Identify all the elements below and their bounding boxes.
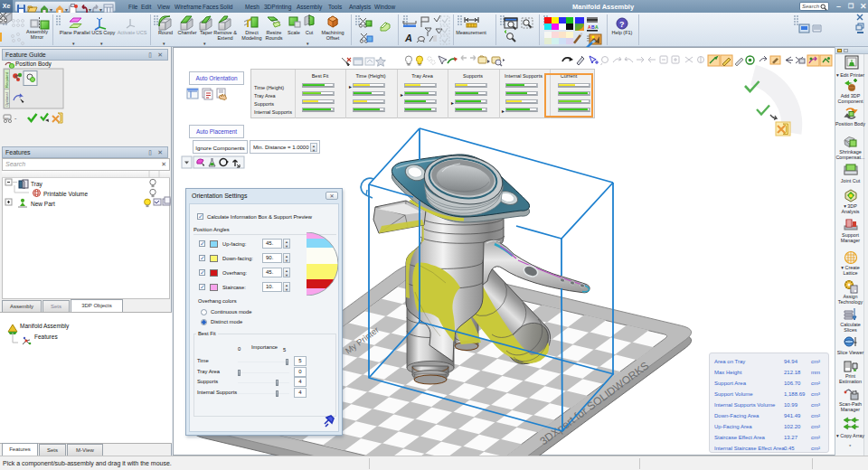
svg-text:Optional: Optional <box>5 92 9 107</box>
svg-text:*: * <box>849 444 852 449</box>
svg-text:A: A <box>404 33 412 43</box>
svg-text:?: ? <box>619 20 625 29</box>
svg-text:-: - <box>14 115 17 121</box>
svg-text:A: A <box>595 24 599 30</box>
svg-text:Required: Required <box>5 71 9 88</box>
svg-text:oo: oo <box>5 116 9 120</box>
